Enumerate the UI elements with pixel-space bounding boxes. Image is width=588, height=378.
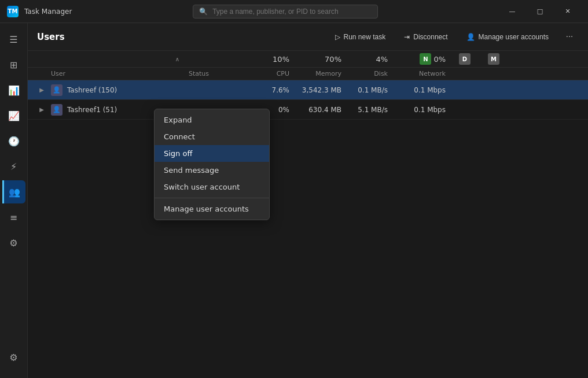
col-user-header[interactable]: User (28, 70, 184, 77)
cell-user: ▶ 👤 Tashreef (150) (28, 84, 184, 96)
titlebar-title: Task Manager (24, 8, 72, 16)
col-cpu-header[interactable]: CPU (259, 70, 294, 77)
col-memory-header[interactable]: Memory (294, 70, 346, 77)
sidebar-item-performance[interactable]: 📈 (2, 104, 25, 127)
user-avatar-row1: 👤 (51, 84, 63, 96)
overview-icon: ⊞ (10, 60, 17, 71)
settings-icon: ⚙ (9, 352, 17, 363)
sidebar-item-details[interactable]: ≡ (2, 206, 25, 229)
table-body: ▶ 👤 Tashreef (150) 7.6% 3,542.3 MB 0.1 M… (28, 80, 588, 120)
table-row[interactable]: ▶ 👤 Tashreef1 (51) 0% 630.4 MB 5.1 MB/s … (28, 100, 588, 120)
network-avatar-m: M (488, 53, 499, 65)
manage-accounts-button[interactable]: 👤 Manage user accounts (460, 30, 556, 44)
context-menu: Expand Connect Sign off Send message Swi… (154, 109, 270, 220)
manage-accounts-icon: 👤 (466, 33, 475, 41)
run-new-task-button[interactable]: ▷ Run new task (328, 30, 393, 44)
more-icon: ··· (566, 32, 573, 41)
close-button[interactable]: ✕ (554, 2, 581, 21)
sidebar-item-processes[interactable]: 📊 (2, 79, 25, 102)
cell-memory-row1: 3,542.3 MB (294, 86, 346, 94)
app-icon: TM (7, 6, 19, 17)
content-area: Users ▷ Run new task ⇥ Disconnect 👤 Mana… (28, 23, 588, 378)
disconnect-icon: ⇥ (404, 33, 410, 41)
toolbar: Users ▷ Run new task ⇥ Disconnect 👤 Mana… (28, 23, 588, 51)
cell-memory-row2: 630.4 MB (294, 106, 346, 114)
context-manage-accounts[interactable]: Manage user accounts (155, 201, 269, 217)
sidebar-bottom: ⚙ (0, 346, 27, 373)
performance-icon: 📈 (8, 110, 20, 121)
sidebar-item-history[interactable]: 🕐 (2, 129, 25, 153)
sidebar-item-users[interactable]: 👥 (2, 180, 25, 203)
history-icon: 🕐 (8, 136, 20, 147)
cell-network-row2: 0.1 Mbps (392, 106, 450, 114)
disconnect-button[interactable]: ⇥ Disconnect (397, 30, 454, 44)
sidebar-item-services[interactable]: ⚙ (2, 231, 25, 254)
network-pct: 0% (433, 55, 446, 64)
sidebar-top: ☰ ⊞ 📊 📈 🕐 ⚡ 👥 ≡ ⚙ (0, 28, 27, 254)
hamburger-menu[interactable]: ☰ (2, 28, 25, 51)
cell-disk-row1: 0.1 MB/s (346, 86, 392, 94)
main-layout: ☰ ⊞ 📊 📈 🕐 ⚡ 👥 ≡ ⚙ (0, 23, 588, 378)
details-icon: ≡ (10, 212, 17, 223)
context-divider (155, 198, 269, 198)
context-sign-off[interactable]: Sign off (155, 145, 269, 162)
network-avatar-n: N (420, 53, 431, 65)
context-switch-user[interactable]: Switch user account (155, 179, 269, 195)
cpu-pct: 10% (273, 55, 289, 64)
context-connect[interactable]: Connect (155, 128, 269, 145)
maximize-button[interactable]: □ (527, 2, 553, 21)
expand-row2-button[interactable]: ▶ (37, 105, 46, 114)
titlebar: TM Task Manager 🔍 — □ ✕ (0, 0, 588, 23)
more-options-button[interactable]: ··· (560, 28, 579, 46)
search-icon: 🔍 (199, 8, 208, 16)
search-input[interactable] (212, 8, 372, 16)
table-row[interactable]: ▶ 👤 Tashreef (150) 7.6% 3,542.3 MB 0.1 M… (28, 80, 588, 100)
network-avatar-d: D (459, 53, 471, 65)
sidebar-item-overview[interactable]: ⊞ (2, 53, 25, 76)
col-disk-header[interactable]: Disk (346, 70, 392, 77)
sort-arrow-indicator: ∧ (175, 56, 179, 62)
col-status-header[interactable]: Status (184, 70, 259, 77)
titlebar-left: TM Task Manager (7, 6, 72, 17)
run-task-icon: ▷ (335, 33, 340, 41)
startup-icon: ⚡ (10, 161, 17, 172)
disk-pct: 4% (376, 55, 388, 64)
sidebar: ☰ ⊞ 📊 📈 🕐 ⚡ 👥 ≡ ⚙ (0, 23, 28, 378)
minimize-button[interactable]: — (499, 2, 525, 21)
processes-icon: 📊 (8, 85, 20, 96)
user-avatar-row2: 👤 (51, 104, 63, 116)
search-bar[interactable]: 🔍 (193, 5, 378, 18)
context-expand[interactable]: Expand (155, 112, 269, 128)
cell-disk-row2: 5.1 MB/s (346, 106, 392, 114)
memory-pct: 70% (325, 55, 341, 64)
sidebar-item-startup[interactable]: ⚡ (2, 155, 25, 178)
cell-cpu-row1: 7.6% (259, 86, 294, 94)
cell-network-row1: 0.1 Mbps (392, 86, 450, 94)
services-icon: ⚙ (9, 238, 17, 249)
window-controls: — □ ✕ (499, 2, 581, 21)
page-title: Users (37, 32, 324, 42)
col-network-header[interactable]: Network (392, 70, 450, 77)
users-icon: 👥 (9, 187, 20, 198)
context-send-message[interactable]: Send message (155, 162, 269, 179)
sidebar-item-settings[interactable]: ⚙ (2, 346, 25, 369)
expand-row1-button[interactable]: ▶ (37, 86, 46, 95)
